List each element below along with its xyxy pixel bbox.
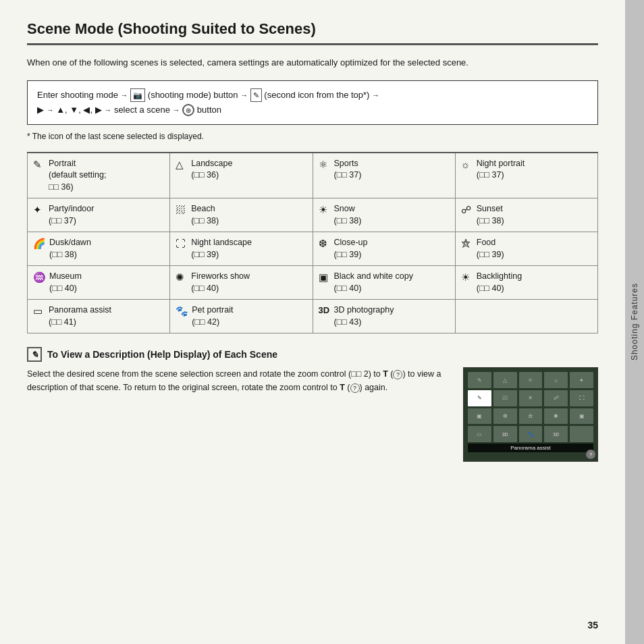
scene-bw-copy: ▣ Black and white copy (□□ 40) (313, 266, 455, 300)
scene-closeup: ❆ Close-up (□□ 39) (313, 232, 455, 266)
cs-icon-2: △ (493, 372, 517, 388)
scene-food: ⛤ Food (□□ 39) (455, 232, 597, 266)
instruction-box: Enter shooting mode → 📷 (shooting mode) … (27, 80, 598, 125)
cs-icon-19: 3D (544, 426, 568, 442)
party-icon: ✦ (33, 204, 45, 216)
help-body: Select the desired scene from the scene … (27, 367, 598, 462)
party-detail: (□□ 37) (49, 215, 94, 227)
scene-pet: 🐾 Pet portrait (□□ 42) (170, 300, 313, 333)
backlighting-name: Backlighting (477, 271, 522, 283)
bw-copy-icon: ▣ (319, 271, 331, 284)
page-number: 35 (587, 620, 598, 630)
3d-icon: 3D (319, 305, 331, 315)
cs-icon-1: ✎ (468, 372, 491, 388)
scene-night-landscape: ⛶ Night landscape (□□ 39) (170, 232, 313, 266)
scene-sports: ⚛ Sports (□□ 37) (313, 153, 455, 198)
3d-detail: (□□ 43) (334, 317, 394, 329)
help-icon: ✎ (27, 347, 42, 362)
fireworks-detail: (□□ 40) (191, 283, 250, 295)
panorama-icon: ▭ (33, 305, 45, 317)
snow-detail: (□□ 38) (334, 215, 362, 227)
cs-icon-4: ☼ (544, 372, 568, 388)
night-portrait-detail: (□□ 37) (477, 169, 525, 182)
night-landscape-name: Night landscape (191, 237, 252, 249)
cs-icon-3: ⚛ (519, 372, 543, 388)
cs-icon-20 (570, 426, 593, 442)
cs-icon-7: ⛆ (493, 390, 517, 406)
cs-icon-11: ▣ (468, 408, 491, 425)
scene-snow: ☀ Snow (□□ 38) (313, 198, 455, 232)
backlighting-detail: (□□ 40) (477, 283, 522, 295)
landscape-name: Landscape (191, 158, 232, 170)
cs-icon-10: ⛶ (570, 390, 593, 406)
cs-icon-6: ✎ (468, 390, 491, 406)
closeup-detail: (□□ 39) (334, 249, 368, 261)
panorama-name: Panorama assist (49, 304, 111, 317)
night-landscape-icon: ⛶ (176, 238, 188, 249)
closeup-icon: ❆ (319, 238, 331, 250)
portrait-icon: ✎ (33, 159, 45, 171)
panorama-detail: (□□ 41) (49, 317, 111, 329)
food-detail: (□□ 39) (477, 249, 504, 261)
scene-portrait: ✎ Portrait (default setting;□□ 36) (28, 153, 170, 198)
beach-icon: ⛆ (176, 204, 188, 215)
help-text: Select the desired scene from the scene … (27, 367, 450, 394)
cs-icon-18: 🐾 (519, 426, 543, 442)
scene-beach: ⛆ Beach (□□ 38) (170, 198, 313, 232)
help-section: ✎ To View a Description (Help Display) o… (27, 347, 598, 462)
pet-name: Pet portrait (192, 304, 233, 317)
dusk-detail: (□□ 38) (49, 249, 91, 261)
portrait-name: Portrait (49, 158, 106, 170)
pet-detail: (□□ 42) (192, 317, 233, 329)
sunset-name: Sunset (477, 203, 504, 215)
page: Scene Mode (Shooting Suited to Scenes) W… (0, 0, 644, 644)
cs-icon-15: ▣ (570, 408, 593, 425)
bw-copy-detail: (□□ 40) (334, 283, 413, 295)
food-icon: ⛤ (461, 238, 473, 249)
night-landscape-detail: (□□ 39) (191, 249, 252, 261)
museum-icon: ♒ (33, 271, 46, 284)
cs-icon-16: ▭ (468, 426, 491, 442)
sunset-icon: ☍ (461, 204, 473, 216)
cs-icon-9: ☍ (544, 390, 568, 406)
panorama-assist-label: Panorama assist (468, 444, 593, 452)
food-name: Food (477, 237, 504, 249)
fireworks-icon: ✺ (176, 271, 188, 284)
sunset-detail: (□□ 38) (477, 215, 504, 227)
beach-detail: (□□ 38) (191, 215, 219, 227)
side-tab: Shooting Features (625, 0, 644, 644)
pet-icon: 🐾 (176, 305, 188, 317)
dusk-name: Dusk/dawn (49, 237, 91, 249)
museum-detail: (□□ 40) (49, 283, 82, 295)
help-title: To View a Description (Help Display) of … (47, 349, 277, 360)
sports-detail: (□□ 37) (334, 169, 362, 182)
party-name: Party/indoor (49, 203, 94, 215)
side-tab-label: Shooting Features (630, 283, 639, 360)
dusk-icon: 🌈 (33, 238, 46, 250)
main-content: Scene Mode (Shooting Suited to Scenes) W… (0, 0, 625, 644)
night-portrait-icon: ☼ (461, 159, 473, 170)
landscape-icon: △ (176, 159, 188, 171)
scene-sunset: ☍ Sunset (□□ 38) (455, 198, 597, 232)
scene-museum: ♒ Museum (□□ 40) (28, 266, 170, 300)
snow-name: Snow (334, 203, 362, 215)
scene-night-portrait: ☼ Night portrait (□□ 37) (455, 153, 597, 198)
scene-backlighting: ☀ Backlighting (□□ 40) (455, 266, 597, 300)
page-title: Scene Mode (Shooting Suited to Scenes) (27, 20, 598, 45)
beach-name: Beach (191, 203, 219, 215)
portrait-detail: (default setting;□□ 36) (49, 169, 106, 193)
scene-empty (455, 300, 597, 333)
footnote: * The icon of the last scene selected is… (27, 132, 598, 141)
cs-icon-8: ☀ (519, 390, 543, 406)
help-circle-icon: ? (586, 450, 595, 459)
scene-landscape: △ Landscape (□□ 36) (170, 153, 313, 198)
night-portrait-name: Night portrait (477, 158, 525, 170)
sports-icon: ⚛ (319, 159, 331, 171)
scene-panorama: ▭ Panorama assist (□□ 41) (28, 300, 170, 333)
snow-icon: ☀ (319, 204, 331, 216)
cs-icon-14: ✺ (544, 408, 568, 425)
scene-dusk: 🌈 Dusk/dawn (□□ 38) (28, 232, 170, 266)
scene-party: ✦ Party/indoor (□□ 37) (28, 198, 170, 232)
cs-icon-17: 3D (493, 426, 517, 442)
cs-icon-5: ✦ (570, 372, 593, 388)
